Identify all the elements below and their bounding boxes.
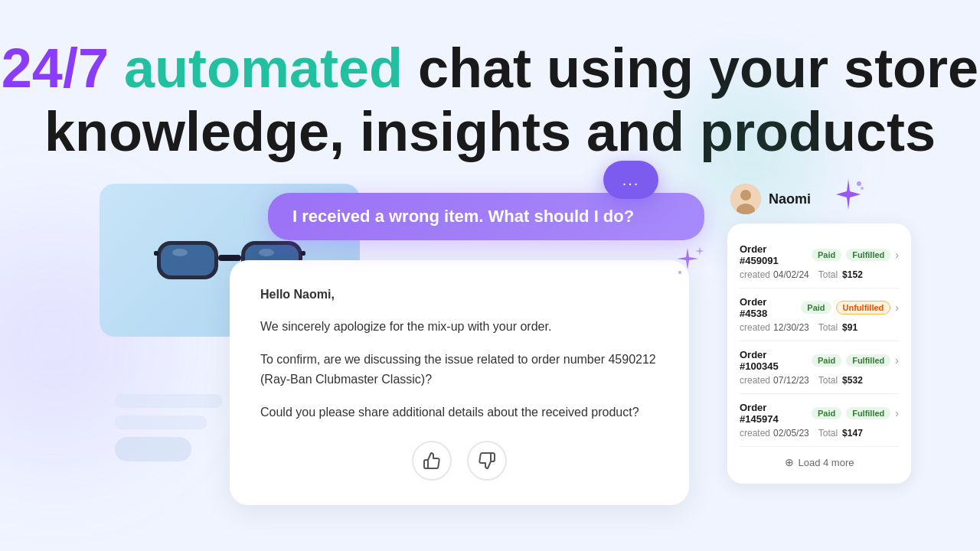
order-total: $152 xyxy=(842,269,863,280)
headline-automated: automated xyxy=(124,37,403,99)
svg-point-13 xyxy=(740,190,751,201)
chat-action-button[interactable]: ... xyxy=(603,161,658,199)
created-label: created xyxy=(740,322,770,333)
svg-point-11 xyxy=(678,271,681,274)
order-top: Order #459091 Paid Fulfilled › xyxy=(740,243,899,266)
total-label: Total xyxy=(818,322,838,333)
order-number: Order #4538 xyxy=(740,296,796,319)
total-label: Total xyxy=(818,269,838,280)
headline-line2: knowledge, insights and products xyxy=(44,101,936,162)
order-date: 12/30/23 xyxy=(773,322,809,333)
headline-rest: chat using your store xyxy=(403,37,978,99)
bg-list-item xyxy=(115,416,207,429)
created-label: created xyxy=(740,428,770,439)
chat-dots: ... xyxy=(622,171,640,189)
right-panel: Naomi Order #459091 Paid Fulfilled › cre… xyxy=(727,184,911,484)
bg-list xyxy=(115,230,237,469)
chat-response-text: Hello Naomi, We sincerely apologize for … xyxy=(260,285,658,422)
star-sparkle-icon xyxy=(674,245,707,282)
headline-247: 24/7 xyxy=(2,37,124,99)
order-payment-badge: Paid xyxy=(812,354,841,367)
response-details: Could you please share additional detail… xyxy=(260,403,658,422)
user-name: Naomi xyxy=(769,191,811,207)
order-date: 02/05/23 xyxy=(773,428,809,439)
load-more-label: Load 4 more xyxy=(799,457,854,468)
order-top: Order #145974 Paid Fulfilled › xyxy=(740,402,899,425)
order-payment-badge: Paid xyxy=(812,407,841,419)
greeting: Hello Naomi, xyxy=(260,288,335,301)
order-item: Order #459091 Paid Fulfilled › created 0… xyxy=(740,236,899,289)
order-chevron-icon[interactable]: › xyxy=(895,249,899,261)
order-item: Order #100345 Paid Fulfilled › created 0… xyxy=(740,341,899,394)
order-total: $147 xyxy=(842,428,863,439)
order-meta: created 12/30/23 Total $91 xyxy=(740,322,899,333)
svg-point-10 xyxy=(259,249,274,256)
order-top: Order #4538 Paid Unfulfilled › xyxy=(740,296,899,319)
order-fulfillment-badge: Unfulfilled xyxy=(836,301,891,315)
thumbs-down-button[interactable] xyxy=(467,441,507,481)
order-item: Order #4538 Paid Unfulfilled › created 1… xyxy=(740,289,899,341)
order-number: Order #145974 xyxy=(740,402,807,425)
order-meta: created 07/12/23 Total $532 xyxy=(740,375,899,386)
svg-rect-8 xyxy=(301,251,305,256)
load-more-button[interactable]: ⊕ Load 4 more xyxy=(740,447,899,471)
total-label: Total xyxy=(818,375,838,386)
response-apology: We sincerely apologize for the mix-up wi… xyxy=(260,317,658,337)
order-payment-badge: Paid xyxy=(801,302,831,314)
order-meta: created 04/02/24 Total $152 xyxy=(740,269,899,280)
response-confirm: To confirm, are we discussing the issue … xyxy=(260,350,658,390)
order-fulfillment-badge: Fulfilled xyxy=(846,249,890,261)
orders-card: Order #459091 Paid Fulfilled › created 0… xyxy=(727,223,911,484)
order-total: $532 xyxy=(842,375,863,386)
order-fulfillment-badge: Fulfilled xyxy=(846,354,890,367)
chat-response-card: Hello Naomi, We sincerely apologize for … xyxy=(230,260,689,505)
order-chevron-icon[interactable]: › xyxy=(895,354,899,367)
order-number: Order #459091 xyxy=(740,243,807,266)
bg-list-item xyxy=(115,437,191,461)
order-fulfillment-badge: Fulfilled xyxy=(846,407,890,419)
user-header: Naomi xyxy=(727,184,911,214)
order-chevron-icon[interactable]: › xyxy=(895,407,899,419)
user-chat-bubble: I received a wrong item. What should I d… xyxy=(268,193,704,240)
created-label: created xyxy=(740,269,770,280)
headline: 24/7 automated chat using your store kno… xyxy=(0,0,980,164)
order-payment-badge: Paid xyxy=(812,249,841,261)
order-item: Order #145974 Paid Fulfilled › created 0… xyxy=(740,394,899,447)
order-chevron-icon[interactable]: › xyxy=(895,302,899,314)
created-label: created xyxy=(740,375,770,386)
user-avatar xyxy=(730,184,761,214)
feedback-buttons xyxy=(260,441,658,481)
thumbs-up-button[interactable] xyxy=(412,441,452,481)
plus-icon: ⊕ xyxy=(785,456,794,468)
order-date: 07/12/23 xyxy=(773,375,809,386)
order-total: $91 xyxy=(842,322,858,333)
order-number: Order #100345 xyxy=(740,349,807,372)
order-date: 04/02/24 xyxy=(773,269,809,280)
total-label: Total xyxy=(818,428,838,439)
bg-list-item xyxy=(115,394,222,408)
order-meta: created 02/05/23 Total $147 xyxy=(740,428,899,439)
order-top: Order #100345 Paid Fulfilled › xyxy=(740,349,899,372)
user-message-text: I received a wrong item. What should I d… xyxy=(292,207,634,226)
